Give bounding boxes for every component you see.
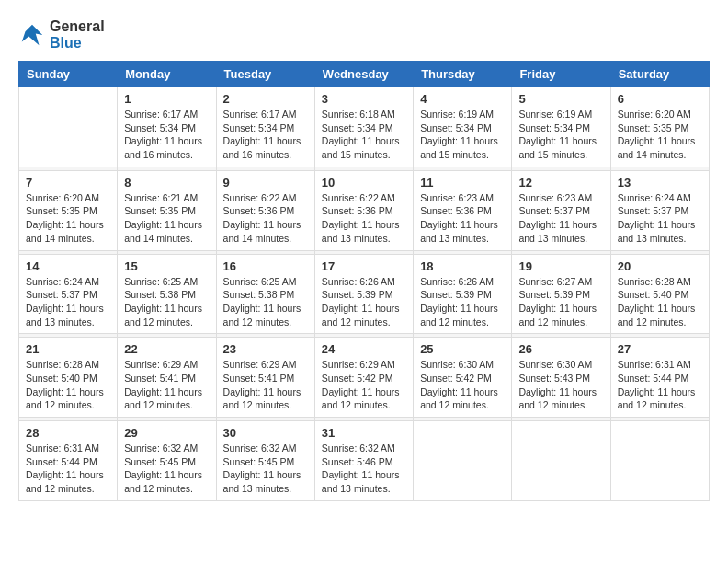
daylight-text: Daylight: 11 hours and 16 minutes. <box>124 134 209 161</box>
sunrise-text: Sunrise: 6:21 AM <box>124 191 209 205</box>
day-number: 1 <box>124 92 209 106</box>
sunset-text: Sunset: 5:46 PM <box>322 455 406 469</box>
sunrise-text: Sunrise: 6:26 AM <box>322 275 406 289</box>
day-number: 13 <box>618 176 702 190</box>
day-number: 4 <box>420 92 505 106</box>
sunrise-text: Sunrise: 6:32 AM <box>322 442 406 455</box>
calendar-cell <box>610 421 709 501</box>
calendar-week-3: 14 Sunrise: 6:24 AM Sunset: 5:37 PM Dayl… <box>19 254 710 334</box>
calendar-week-1: 1 Sunrise: 6:17 AM Sunset: 5:34 PM Dayli… <box>19 87 710 167</box>
calendar-cell: 7 Sunrise: 6:20 AM Sunset: 5:35 PM Dayli… <box>19 170 118 250</box>
calendar-cell <box>19 87 118 167</box>
sunset-text: Sunset: 5:37 PM <box>618 204 702 218</box>
sunset-text: Sunset: 5:39 PM <box>420 288 505 302</box>
sunset-text: Sunset: 5:39 PM <box>518 288 603 302</box>
calendar-week-4: 21 Sunrise: 6:28 AM Sunset: 5:40 PM Dayl… <box>19 338 710 418</box>
sunset-text: Sunset: 5:35 PM <box>124 204 209 218</box>
sunrise-text: Sunrise: 6:19 AM <box>420 108 505 121</box>
sunset-text: Sunset: 5:37 PM <box>518 204 603 218</box>
sunset-text: Sunset: 5:34 PM <box>518 121 603 135</box>
day-number: 29 <box>124 426 209 440</box>
daylight-text: Daylight: 11 hours and 13 minutes. <box>26 302 110 328</box>
day-number: 7 <box>26 176 110 190</box>
sunset-text: Sunset: 5:36 PM <box>322 204 406 218</box>
calendar-cell: 2 Sunrise: 6:17 AM Sunset: 5:34 PM Dayli… <box>216 87 314 167</box>
sunrise-text: Sunrise: 6:30 AM <box>518 358 603 372</box>
sunset-text: Sunset: 5:34 PM <box>124 121 209 135</box>
calendar-cell: 8 Sunrise: 6:21 AM Sunset: 5:35 PM Dayli… <box>118 170 216 250</box>
daylight-text: Daylight: 11 hours and 14 minutes. <box>124 218 209 245</box>
daylight-text: Daylight: 11 hours and 13 minutes. <box>322 218 406 245</box>
day-number: 24 <box>322 342 406 356</box>
sunrise-text: Sunrise: 6:32 AM <box>223 442 308 455</box>
sunset-text: Sunset: 5:41 PM <box>124 372 209 385</box>
sunset-text: Sunset: 5:38 PM <box>223 288 308 302</box>
cell-info: Sunrise: 6:26 AM Sunset: 5:39 PM Dayligh… <box>420 275 505 329</box>
calendar-cell: 26 Sunrise: 6:30 AM Sunset: 5:43 PM Dayl… <box>512 338 610 418</box>
cell-info: Sunrise: 6:23 AM Sunset: 5:36 PM Dayligh… <box>420 191 505 246</box>
day-number: 21 <box>26 342 110 356</box>
sunrise-text: Sunrise: 6:29 AM <box>223 358 308 372</box>
daylight-text: Daylight: 11 hours and 12 minutes. <box>322 385 406 412</box>
sunset-text: Sunset: 5:45 PM <box>223 455 308 469</box>
day-number: 9 <box>223 176 308 190</box>
sunrise-text: Sunrise: 6:20 AM <box>26 191 110 205</box>
calendar-cell: 27 Sunrise: 6:31 AM Sunset: 5:44 PM Dayl… <box>610 338 709 418</box>
logo: General Blue <box>18 18 105 52</box>
day-number: 12 <box>518 176 603 190</box>
calendar-cell: 29 Sunrise: 6:32 AM Sunset: 5:45 PM Dayl… <box>118 421 216 501</box>
sunrise-text: Sunrise: 6:18 AM <box>322 108 406 121</box>
daylight-text: Daylight: 11 hours and 12 minutes. <box>26 468 110 495</box>
day-number: 15 <box>124 259 209 273</box>
calendar-cell: 1 Sunrise: 6:17 AM Sunset: 5:34 PM Dayli… <box>118 87 216 167</box>
cell-info: Sunrise: 6:31 AM Sunset: 5:44 PM Dayligh… <box>26 442 110 496</box>
daylight-text: Daylight: 11 hours and 12 minutes. <box>223 302 308 328</box>
daylight-text: Daylight: 11 hours and 12 minutes. <box>618 385 702 412</box>
calendar-week-2: 7 Sunrise: 6:20 AM Sunset: 5:35 PM Dayli… <box>19 170 710 250</box>
day-number: 26 <box>518 342 603 356</box>
daylight-text: Daylight: 11 hours and 12 minutes. <box>124 302 209 328</box>
day-number: 31 <box>322 426 406 440</box>
day-number: 5 <box>518 92 603 106</box>
calendar-cell: 30 Sunrise: 6:32 AM Sunset: 5:45 PM Dayl… <box>216 421 314 501</box>
day-number: 2 <box>223 92 308 106</box>
calendar-cell: 21 Sunrise: 6:28 AM Sunset: 5:40 PM Dayl… <box>19 338 118 418</box>
calendar-cell: 24 Sunrise: 6:29 AM Sunset: 5:42 PM Dayl… <box>314 338 413 418</box>
cell-info: Sunrise: 6:32 AM Sunset: 5:46 PM Dayligh… <box>322 442 406 496</box>
cell-info: Sunrise: 6:27 AM Sunset: 5:39 PM Dayligh… <box>518 275 603 329</box>
calendar-cell: 4 Sunrise: 6:19 AM Sunset: 5:34 PM Dayli… <box>414 87 512 167</box>
logo-text: General Blue <box>50 18 105 52</box>
daylight-text: Daylight: 11 hours and 13 minutes. <box>518 218 603 245</box>
sunset-text: Sunset: 5:40 PM <box>26 372 110 385</box>
calendar-cell: 9 Sunrise: 6:22 AM Sunset: 5:36 PM Dayli… <box>216 170 314 250</box>
sunset-text: Sunset: 5:42 PM <box>322 372 406 385</box>
daylight-text: Daylight: 11 hours and 12 minutes. <box>322 302 406 328</box>
daylight-text: Daylight: 11 hours and 16 minutes. <box>223 134 308 161</box>
daylight-text: Daylight: 11 hours and 15 minutes. <box>322 134 406 161</box>
cell-info: Sunrise: 6:30 AM Sunset: 5:43 PM Dayligh… <box>518 358 603 412</box>
sunrise-text: Sunrise: 6:20 AM <box>618 108 702 121</box>
cell-info: Sunrise: 6:17 AM Sunset: 5:34 PM Dayligh… <box>223 108 308 162</box>
sunset-text: Sunset: 5:39 PM <box>322 288 406 302</box>
sunrise-text: Sunrise: 6:29 AM <box>124 358 209 372</box>
sunrise-text: Sunrise: 6:22 AM <box>223 191 308 205</box>
sunrise-text: Sunrise: 6:22 AM <box>322 191 406 205</box>
cell-info: Sunrise: 6:26 AM Sunset: 5:39 PM Dayligh… <box>322 275 406 329</box>
cell-info: Sunrise: 6:25 AM Sunset: 5:38 PM Dayligh… <box>124 275 209 329</box>
sunrise-text: Sunrise: 6:26 AM <box>420 275 505 289</box>
sunrise-text: Sunrise: 6:29 AM <box>322 358 406 372</box>
sunset-text: Sunset: 5:36 PM <box>223 204 308 218</box>
sunset-text: Sunset: 5:40 PM <box>618 288 702 302</box>
weekday-header-tuesday: Tuesday <box>216 62 314 87</box>
sunset-text: Sunset: 5:36 PM <box>420 204 505 218</box>
sunrise-text: Sunrise: 6:30 AM <box>420 358 505 372</box>
calendar-cell: 3 Sunrise: 6:18 AM Sunset: 5:34 PM Dayli… <box>314 87 413 167</box>
cell-info: Sunrise: 6:29 AM Sunset: 5:41 PM Dayligh… <box>124 358 209 412</box>
day-number: 27 <box>618 342 702 356</box>
calendar-cell: 20 Sunrise: 6:28 AM Sunset: 5:40 PM Dayl… <box>610 254 709 334</box>
sunset-text: Sunset: 5:45 PM <box>124 455 209 469</box>
daylight-text: Daylight: 11 hours and 12 minutes. <box>518 302 603 328</box>
daylight-text: Daylight: 11 hours and 12 minutes. <box>420 302 505 328</box>
calendar-table: SundayMondayTuesdayWednesdayThursdayFrid… <box>18 61 710 501</box>
cell-info: Sunrise: 6:17 AM Sunset: 5:34 PM Dayligh… <box>124 108 209 162</box>
